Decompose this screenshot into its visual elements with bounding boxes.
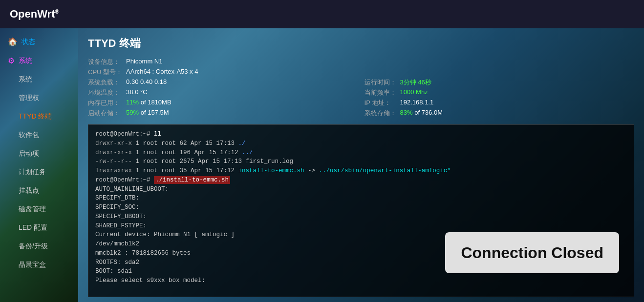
terminal-line-5: lrwxrwxrwx 1 root root 35 Apr 15 17:12 i… — [95, 166, 627, 176]
logo-text: OpenWrt® — [10, 8, 59, 20]
terminal-line-9: SPECIFY_SOC: — [95, 203, 627, 212]
device-label: 设备信息： — [88, 58, 122, 66]
sidebar-item-amlogic[interactable]: 晶晨宝盒 — [0, 256, 78, 274]
terminal-line-7: AUTO_MAINLINE_UBOOT: — [95, 185, 627, 194]
sidebar-item-packages[interactable]: 软件包 — [0, 126, 78, 144]
content-area: TTYD 终端 设备信息： Phicomm N1 CPU 型号： AArch64… — [78, 28, 644, 302]
terminal-line-17: Please select s9xxx box model: — [95, 276, 627, 285]
uptime-value: 3分钟 46秒 — [400, 78, 634, 87]
ip-value: 192.168.1.1 — [400, 99, 634, 107]
sidebar-item-ttyd[interactable]: TTYD 终端 — [0, 107, 78, 126]
device-value: Phicomm N1 — [126, 58, 360, 66]
sidebar-item-cron[interactable]: 计划任务 — [0, 163, 78, 181]
sidebar-label-system: 系统 — [8, 75, 32, 84]
sidebar-label-amlogic: 晶晨宝盒 — [8, 261, 46, 269]
load-label: 系统负载： — [88, 78, 122, 87]
sidebar-item-status[interactable]: 🏠 状态 — [0, 32, 78, 51]
empty3 — [365, 68, 396, 77]
empty2 — [400, 58, 634, 66]
connection-closed-overlay: Connection Closed — [445, 232, 619, 273]
sidebar-label-admin: 管理权 — [8, 94, 39, 102]
terminal-line-10: SPECIFY_UBOOT: — [95, 212, 627, 221]
app-header: OpenWrt® — [0, 0, 644, 28]
uptime-label: 运行时间： — [365, 78, 396, 87]
storage-value: 59% of 157.5M — [126, 109, 360, 118]
sidebar-label-led: LED 配置 — [8, 223, 47, 232]
content-inner: TTYD 终端 设备信息： Phicomm N1 CPU 型号： AArch64… — [78, 28, 644, 302]
freq-label: 当前频率： — [365, 88, 396, 97]
sidebar-item-system-group[interactable]: ⚙ 系统 — [0, 51, 78, 70]
sys-storage-label: 系统存储： — [365, 109, 396, 118]
sidebar-label-startup: 启动项 — [8, 149, 39, 158]
sidebar-item-diskman[interactable]: 磁盘管理 — [0, 200, 78, 219]
storage-label: 启动存储： — [88, 109, 122, 118]
sidebar-label-backup: 备份/升级 — [8, 242, 48, 251]
terminal-line-4: -rw-r--r-- 1 root root 2675 Apr 15 17:13… — [95, 157, 627, 166]
terminal-line-6: root@OpenWrt:~# ./install-to-emmc.sh — [95, 176, 627, 185]
terminal-line-2: drwxr-xr-x 1 root root 62 Apr 15 17:13 .… — [95, 139, 627, 148]
sidebar-item-mount[interactable]: 挂载点 — [0, 181, 78, 200]
sidebar-item-led[interactable]: LED 配置 — [0, 219, 78, 237]
temp-label: 环境温度： — [88, 88, 122, 97]
empty1 — [365, 58, 396, 66]
sidebar-label-cron: 计划任务 — [8, 168, 46, 177]
mem-label: 内存已用： — [88, 99, 122, 107]
temp-value: 38.0 °C — [126, 88, 360, 97]
terminal-line-1: root@OpenWrt:~# ll — [95, 130, 627, 139]
home-icon: 🏠 — [8, 37, 18, 46]
terminal-line-3: drwxr-xr-x 1 root root 196 Apr 15 17:12 … — [95, 148, 627, 158]
terminal[interactable]: root@OpenWrt:~# ll drwxr-xr-x 1 root roo… — [88, 124, 634, 297]
cpu-value: AArch64 : Cortex-A53 x 4 — [126, 68, 360, 77]
sidebar-item-system[interactable]: 系统 — [0, 70, 78, 89]
sidebar-label-status: 状态 — [21, 38, 35, 46]
ip-label: IP 地址： — [365, 99, 396, 107]
sys-storage-value: 83% of 736.0M — [400, 109, 634, 118]
sidebar-label-ttyd: TTYD 终端 — [8, 112, 52, 121]
page-title: TTYD 终端 — [88, 36, 634, 51]
empty4 — [400, 68, 634, 77]
sidebar-item-backup[interactable]: 备份/升级 — [0, 237, 78, 256]
sidebar-items: 🏠 状态 ⚙ 系统 系统 管理权 TTYD 终端 软件包 启动项 — [0, 28, 78, 274]
info-grid: 设备信息： Phicomm N1 CPU 型号： AArch64 : Corte… — [88, 58, 634, 118]
main-layout: 🏠 状态 ⚙ 系统 系统 管理权 TTYD 终端 软件包 启动项 — [0, 28, 644, 302]
sidebar-label-mount: 挂载点 — [8, 186, 39, 195]
sidebar-item-admin[interactable]: 管理权 — [0, 89, 78, 107]
cpu-label: CPU 型号： — [88, 68, 122, 77]
terminal-line-8: SPECIFY_DTB: — [95, 194, 627, 203]
sidebar-label-diskman: 磁盘管理 — [8, 205, 46, 214]
sidebar-label-packages: 软件包 — [8, 131, 39, 140]
sidebar-item-startup[interactable]: 启动项 — [0, 144, 78, 163]
terminal-line-11: SHARED_FSTYPE: — [95, 221, 627, 231]
sidebar: 🏠 状态 ⚙ 系统 系统 管理权 TTYD 终端 软件包 启动项 — [0, 28, 78, 302]
sidebar-label-system-group: 系统 — [19, 57, 32, 65]
freq-value: 1000 Mhz — [400, 88, 634, 97]
gear-icon: ⚙ — [8, 56, 15, 65]
load-value: 0.30 0.40 0.18 — [126, 78, 360, 87]
mem-value: 11% of 1810MB — [126, 99, 360, 107]
